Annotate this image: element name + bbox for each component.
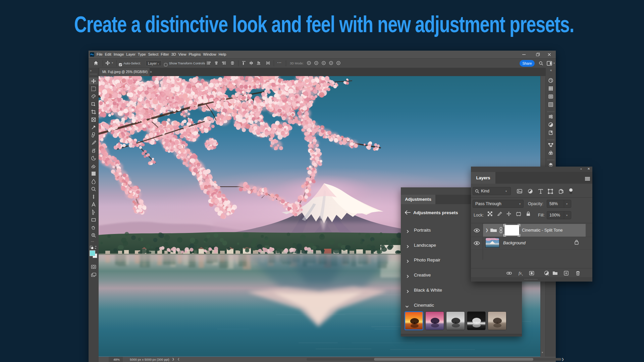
- svg-text:fx: fx: [519, 270, 522, 276]
